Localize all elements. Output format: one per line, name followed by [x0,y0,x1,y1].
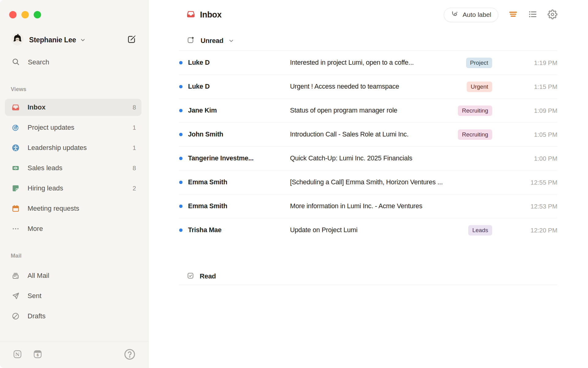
email-subject-area: [Scheduling a Call] Emma Smith, Horizon … [290,178,500,186]
email-subject-area: Quick Catch-Up: Lumi Inc. 2025 Financial… [290,155,500,162]
unread-group: Unread Luke D Interested in project Lumi… [179,29,557,242]
email-subject: Status of open program manager role [290,107,397,114]
sidebar-item-hiring-leads[interactable]: Hiring leads2 [5,180,141,197]
email-time: 1:19 PM [500,59,557,67]
inbox-icon [187,10,195,20]
email-row[interactable]: Luke D Interested in project Lumi, open … [179,51,557,75]
sidebar-item-label: Hiring leads [28,184,63,192]
sidebar-item-sent[interactable]: Sent [5,287,141,305]
sidebar-item-more[interactable]: More [5,220,141,237]
notion-logo-icon: N [13,350,22,360]
email-row[interactable]: John Smith Introduction Call - Sales Rol… [179,123,557,147]
sidebar: Stephanie Lee Search [0,0,149,368]
unread-dot-col [179,61,188,64]
user-name: Stephanie Lee [29,36,76,44]
email-row[interactable]: Luke D Urgent ! Access needed to teamspa… [179,75,557,99]
unread-dot [179,157,183,160]
help-button[interactable] [123,348,136,362]
sidebar-item-inbox[interactable]: Inbox8 [5,99,141,116]
unread-dot [179,228,183,232]
email-subject: Introduction Call - Sales Role at Lumi I… [290,131,409,138]
email-time: 12:53 PM [500,203,557,210]
email-subject: [Scheduling a Call] Emma Smith, Horizon … [290,178,443,186]
unread-dot-col [179,228,188,232]
section-label-views: Views [11,86,148,93]
unread-count: 8 [133,104,136,111]
unread-dot [179,181,183,184]
email-time: 1:15 PM [500,83,557,90]
sidebar-item-drafts[interactable]: Drafts [5,308,141,325]
email-subject: Quick Catch-Up: Lumi Inc. 2025 Financial… [290,155,412,162]
unread-dot-col [179,157,188,160]
svg-text:6: 6 [37,353,39,357]
inbox-icon [12,103,20,111]
email-subject: More information in Lumi Inc. - Acme Ven… [290,202,422,210]
search-icon [12,58,20,67]
calendar-app-button[interactable]: 6 [33,350,42,360]
email-subject: Interested in project Lumi, open to a co… [290,59,414,67]
unread-dot-col [179,181,188,184]
sidebar-item-leadership-updates[interactable]: Leadership updates1 [5,139,141,156]
email-label-badge: Recruiting [458,105,492,116]
unread-group-header[interactable]: Unread [179,29,557,51]
main-header: Inbox Auto label [179,0,557,29]
email-row[interactable]: Trisha Mae Update on Project Lumi Leads … [179,218,557,242]
chevron-down-icon [228,37,235,44]
settings-button[interactable] [548,10,557,20]
filter-button[interactable] [508,10,518,20]
sidebar-item-sales-leads[interactable]: Sales leads8 [5,159,141,177]
email-subject-area: Introduction Call - Sales Role at Lumi I… [290,129,500,140]
sidebar-item-all-mail[interactable]: All Mail [5,267,141,284]
page-title: Inbox [200,10,222,20]
kanban-icon [12,184,20,192]
read-group: Read [179,268,557,285]
email-row[interactable]: Emma Smith [Scheduling a Call] Emma Smit… [179,171,557,194]
read-group-header[interactable]: Read [179,268,557,285]
unread-count: 1 [133,124,136,131]
unread-dot [179,205,183,208]
calendar-day-icon: 6 [33,350,42,360]
email-subject: Urgent ! Access needed to teamspace [290,83,399,90]
notion-app-button[interactable]: N [13,350,22,360]
unread-filter-icon [187,36,194,45]
unread-group-label: Unread [201,37,224,45]
sidebar-item-label: All Mail [28,272,49,280]
sidebar-item-search[interactable]: Search [12,56,137,69]
compose-button[interactable] [126,34,137,45]
gear-icon [548,10,557,20]
email-sender: Tangerine Investme... [188,155,290,162]
close-window-button[interactable] [9,11,17,18]
auto-label-button[interactable]: Auto label [444,8,498,22]
all-mail-icon [12,272,20,280]
list-view-button[interactable] [528,10,537,20]
email-row[interactable]: Jane Kim Status of open program manager … [179,99,557,123]
email-label-badge: Urgent [467,82,492,92]
more-icon [12,225,20,233]
sidebar-item-project-updates[interactable]: Project updates1 [5,119,141,136]
email-sender: John Smith [188,131,290,138]
email-subject: Update on Project Lumi [290,226,357,234]
sidebar-footer: N 6 [0,341,148,368]
account-switcher[interactable]: Stephanie Lee [11,32,137,48]
minimize-window-button[interactable] [21,11,29,18]
email-label-badge: Leads [468,225,492,236]
banknote-icon [12,164,20,172]
search-label: Search [28,58,49,66]
email-row[interactable]: Tangerine Investme... Quick Catch-Up: Lu… [179,147,557,171]
email-time: 1:00 PM [500,155,557,162]
email-sender: Emma Smith [188,202,290,210]
sidebar-item-label: Inbox [28,103,46,111]
email-sender: Emma Smith [188,178,290,186]
email-row[interactable]: Emma Smith More information in Lumi Inc.… [179,194,557,218]
zoom-window-button[interactable] [34,11,41,18]
email-sender: Jane Kim [188,107,290,114]
drafts-icon [12,312,20,320]
unread-dot [179,85,183,88]
auto-label-icon [451,10,459,20]
calendar-icon [12,205,20,213]
sidebar-item-label: Sent [28,292,41,300]
email-label-badge: Recruiting [458,129,492,140]
email-time: 12:55 PM [500,179,557,186]
chevron-down-icon [80,37,86,43]
sidebar-item-meeting-requests[interactable]: Meeting requests [5,200,141,217]
